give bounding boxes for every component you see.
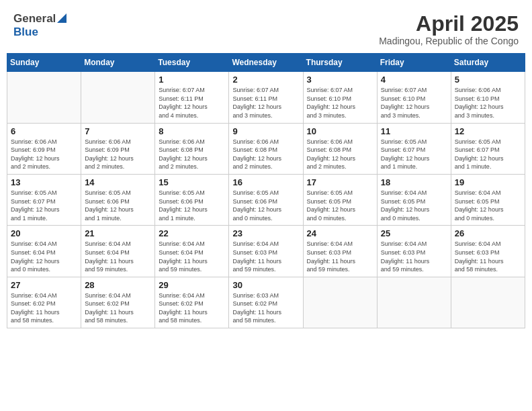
calendar-day-cell — [377, 277, 451, 328]
day-info: Sunrise: 6:04 AM Sunset: 6:03 PM Dayligh… — [307, 240, 373, 273]
calendar-day-cell: 1Sunrise: 6:07 AM Sunset: 6:11 PM Daylig… — [155, 72, 229, 123]
day-number: 8 — [159, 126, 225, 136]
calendar-day-cell — [303, 277, 377, 328]
weekday-header-wednesday: Wednesday — [229, 54, 303, 72]
day-number: 24 — [307, 228, 373, 238]
calendar-day-cell: 28Sunrise: 6:04 AM Sunset: 6:02 PM Dayli… — [81, 277, 155, 328]
day-info: Sunrise: 6:07 AM Sunset: 6:11 PM Dayligh… — [159, 86, 225, 120]
calendar-day-cell: 12Sunrise: 6:05 AM Sunset: 6:07 PM Dayli… — [451, 123, 525, 174]
calendar-day-cell: 20Sunrise: 6:04 AM Sunset: 6:04 PM Dayli… — [7, 226, 81, 277]
calendar-week-row: 13Sunrise: 6:05 AM Sunset: 6:07 PM Dayli… — [7, 174, 525, 225]
day-number: 14 — [85, 177, 151, 187]
day-info: Sunrise: 6:06 AM Sunset: 6:09 PM Dayligh… — [11, 138, 77, 171]
day-number: 20 — [11, 228, 77, 238]
day-number: 6 — [11, 126, 77, 136]
calendar-day-cell: 30Sunrise: 6:03 AM Sunset: 6:02 PM Dayli… — [229, 277, 303, 328]
day-info: Sunrise: 6:04 AM Sunset: 6:04 PM Dayligh… — [85, 240, 151, 273]
calendar-day-cell: 15Sunrise: 6:05 AM Sunset: 6:06 PM Dayli… — [155, 174, 229, 225]
calendar-day-cell: 19Sunrise: 6:04 AM Sunset: 6:05 PM Dayli… — [451, 174, 525, 225]
day-info: Sunrise: 6:04 AM Sunset: 6:04 PM Dayligh… — [11, 240, 77, 273]
day-info: Sunrise: 6:05 AM Sunset: 6:05 PM Dayligh… — [307, 189, 373, 222]
calendar-day-cell: 3Sunrise: 6:07 AM Sunset: 6:10 PM Daylig… — [303, 72, 377, 123]
calendar-day-cell — [451, 277, 525, 328]
day-number: 4 — [381, 75, 447, 85]
logo: General Blue — [13, 12, 66, 39]
day-number: 5 — [455, 75, 521, 85]
day-number: 19 — [455, 177, 521, 187]
location: Madingou, Republic of the Congo — [379, 36, 519, 46]
calendar-day-cell: 17Sunrise: 6:05 AM Sunset: 6:05 PM Dayli… — [303, 174, 377, 225]
day-number: 3 — [307, 75, 373, 85]
calendar-day-cell: 6Sunrise: 6:06 AM Sunset: 6:09 PM Daylig… — [7, 123, 81, 174]
day-number: 25 — [381, 228, 447, 238]
title-area: April 2025 Madingou, Republic of the Con… — [379, 12, 519, 46]
day-number: 10 — [307, 126, 373, 136]
day-number: 28 — [85, 280, 151, 290]
day-info: Sunrise: 6:04 AM Sunset: 6:04 PM Dayligh… — [159, 240, 225, 273]
day-info: Sunrise: 6:04 AM Sunset: 6:02 PM Dayligh… — [11, 291, 77, 325]
day-info: Sunrise: 6:07 AM Sunset: 6:10 PM Dayligh… — [381, 86, 447, 120]
calendar-day-cell: 10Sunrise: 6:06 AM Sunset: 6:08 PM Dayli… — [303, 123, 377, 174]
calendar-day-cell: 25Sunrise: 6:04 AM Sunset: 6:03 PM Dayli… — [377, 226, 451, 277]
logo-icon — [57, 13, 66, 23]
calendar-day-cell: 9Sunrise: 6:06 AM Sunset: 6:08 PM Daylig… — [229, 123, 303, 174]
weekday-header-thursday: Thursday — [303, 54, 377, 72]
day-number: 11 — [381, 126, 447, 136]
day-info: Sunrise: 6:05 AM Sunset: 6:06 PM Dayligh… — [85, 189, 151, 222]
day-number: 2 — [232, 75, 299, 85]
calendar-day-cell: 11Sunrise: 6:05 AM Sunset: 6:07 PM Dayli… — [377, 123, 451, 174]
day-number: 7 — [85, 126, 151, 136]
day-info: Sunrise: 6:05 AM Sunset: 6:07 PM Dayligh… — [455, 138, 521, 171]
weekday-header-saturday: Saturday — [451, 54, 525, 72]
month-title: April 2025 — [379, 12, 519, 36]
day-number: 22 — [159, 228, 225, 238]
calendar-week-row: 6Sunrise: 6:06 AM Sunset: 6:09 PM Daylig… — [7, 123, 525, 174]
calendar-day-cell: 22Sunrise: 6:04 AM Sunset: 6:04 PM Dayli… — [155, 226, 229, 277]
day-number: 18 — [381, 177, 447, 187]
day-number: 16 — [232, 177, 299, 187]
calendar-day-cell: 23Sunrise: 6:04 AM Sunset: 6:03 PM Dayli… — [229, 226, 303, 277]
calendar-day-cell: 8Sunrise: 6:06 AM Sunset: 6:08 PM Daylig… — [155, 123, 229, 174]
day-info: Sunrise: 6:07 AM Sunset: 6:11 PM Dayligh… — [232, 86, 299, 120]
weekday-header-sunday: Sunday — [7, 54, 81, 72]
day-number: 21 — [85, 228, 151, 238]
day-info: Sunrise: 6:07 AM Sunset: 6:10 PM Dayligh… — [307, 86, 373, 120]
day-info: Sunrise: 6:04 AM Sunset: 6:03 PM Dayligh… — [232, 240, 299, 273]
logo-blue: Blue — [13, 26, 38, 39]
day-info: Sunrise: 6:05 AM Sunset: 6:06 PM Dayligh… — [232, 189, 299, 222]
day-number: 13 — [11, 177, 77, 187]
page-header: General Blue April 2025 Madingou, Republ… — [7, 7, 525, 49]
calendar-week-row: 20Sunrise: 6:04 AM Sunset: 6:04 PM Dayli… — [7, 226, 525, 277]
calendar-week-row: 27Sunrise: 6:04 AM Sunset: 6:02 PM Dayli… — [7, 277, 525, 328]
calendar-day-cell: 26Sunrise: 6:04 AM Sunset: 6:03 PM Dayli… — [451, 226, 525, 277]
day-info: Sunrise: 6:04 AM Sunset: 6:05 PM Dayligh… — [381, 189, 447, 222]
day-number: 17 — [307, 177, 373, 187]
calendar-day-cell: 5Sunrise: 6:06 AM Sunset: 6:10 PM Daylig… — [451, 72, 525, 123]
calendar-day-cell: 14Sunrise: 6:05 AM Sunset: 6:06 PM Dayli… — [81, 174, 155, 225]
day-number: 29 — [159, 280, 225, 290]
weekday-header-friday: Friday — [377, 54, 451, 72]
day-number: 27 — [11, 280, 77, 290]
day-info: Sunrise: 6:05 AM Sunset: 6:07 PM Dayligh… — [381, 138, 447, 171]
day-info: Sunrise: 6:04 AM Sunset: 6:02 PM Dayligh… — [85, 291, 151, 325]
day-number: 9 — [232, 126, 299, 136]
day-number: 15 — [159, 177, 225, 187]
weekday-header-row: SundayMondayTuesdayWednesdayThursdayFrid… — [7, 54, 525, 72]
day-info: Sunrise: 6:05 AM Sunset: 6:07 PM Dayligh… — [11, 189, 77, 222]
day-info: Sunrise: 6:06 AM Sunset: 6:08 PM Dayligh… — [159, 138, 225, 171]
calendar-day-cell — [7, 72, 81, 123]
calendar-day-cell: 24Sunrise: 6:04 AM Sunset: 6:03 PM Dayli… — [303, 226, 377, 277]
day-info: Sunrise: 6:06 AM Sunset: 6:10 PM Dayligh… — [455, 86, 521, 120]
calendar-day-cell: 7Sunrise: 6:06 AM Sunset: 6:09 PM Daylig… — [81, 123, 155, 174]
day-info: Sunrise: 6:03 AM Sunset: 6:02 PM Dayligh… — [232, 291, 299, 325]
day-info: Sunrise: 6:04 AM Sunset: 6:03 PM Dayligh… — [381, 240, 447, 273]
calendar-day-cell: 29Sunrise: 6:04 AM Sunset: 6:02 PM Dayli… — [155, 277, 229, 328]
day-info: Sunrise: 6:04 AM Sunset: 6:02 PM Dayligh… — [159, 291, 225, 325]
calendar-week-row: 1Sunrise: 6:07 AM Sunset: 6:11 PM Daylig… — [7, 72, 525, 123]
day-info: Sunrise: 6:06 AM Sunset: 6:08 PM Dayligh… — [307, 138, 373, 171]
weekday-header-monday: Monday — [81, 54, 155, 72]
calendar-day-cell: 27Sunrise: 6:04 AM Sunset: 6:02 PM Dayli… — [7, 277, 81, 328]
calendar-day-cell: 4Sunrise: 6:07 AM Sunset: 6:10 PM Daylig… — [377, 72, 451, 123]
day-info: Sunrise: 6:06 AM Sunset: 6:08 PM Dayligh… — [232, 138, 299, 171]
day-number: 26 — [455, 228, 521, 238]
